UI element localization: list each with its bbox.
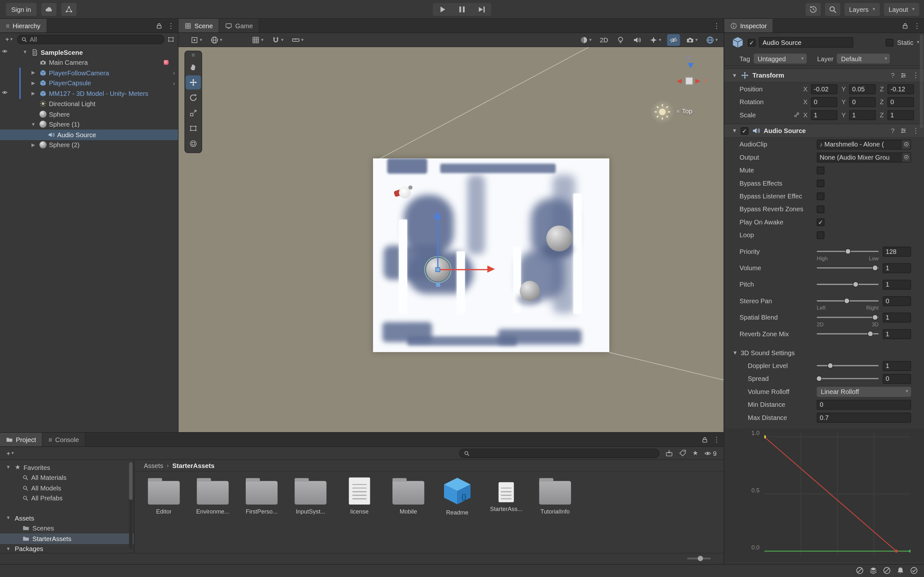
visibility-eye-icon[interactable] [2, 48, 8, 54]
play-button[interactable] [433, 3, 452, 15]
foldout-arrow-icon[interactable]: ▼ [732, 128, 737, 134]
position-y-field[interactable]: 0.05 [849, 84, 876, 94]
slider-knob[interactable] [867, 331, 873, 337]
background-tasks-icon[interactable] [910, 566, 918, 575]
audio-source-component-header[interactable]: ▼ Audio Source ?⋮ [724, 124, 924, 138]
slider-knob[interactable] [816, 376, 822, 382]
asset-item-readme[interactable]: {} Readme [434, 474, 481, 516]
scale-x-field[interactable]: 1 [811, 110, 837, 120]
breadcrumb-current[interactable]: StarterAssets [172, 462, 214, 469]
hierarchy-row-sphere[interactable]: Sphere [0, 109, 178, 119]
effects-toggle-button[interactable]: ▾ [647, 34, 664, 46]
scene-visibility-toggle[interactable] [667, 34, 680, 46]
sidebar-item-favorites[interactable]: ▼★Favorites [0, 462, 134, 472]
spatial-blend-slider[interactable] [817, 313, 879, 322]
reverb-zone-mix-field[interactable]: 1 [883, 329, 911, 339]
tag-dropdown[interactable]: Untagged▾ [754, 53, 806, 63]
kebab-menu-icon[interactable]: ⋮ [913, 23, 921, 29]
asset-item-inputsystem[interactable]: InputSyst... [287, 474, 334, 516]
hierarchy-row-playerfollowcamera[interactable]: ▶ PlayerFollowCamera › [0, 68, 178, 78]
link-icon[interactable] [794, 112, 800, 118]
mute-status-icon[interactable] [856, 566, 864, 575]
tab-scene[interactable]: Scene [179, 19, 220, 32]
hierarchy-row-main-camera[interactable]: Main Camera [0, 57, 178, 68]
slider-knob[interactable] [872, 265, 878, 271]
kebab-menu-icon[interactable]: ⋮ [713, 23, 720, 29]
move-gizmo-x-axis[interactable] [438, 269, 487, 270]
foldout-arrow-icon[interactable]: ▶ [29, 142, 37, 148]
foldout-arrow-icon[interactable]: ▼ [29, 122, 37, 127]
doppler-level-field[interactable]: 1 [883, 361, 911, 371]
bypass-reverb-checkbox[interactable] [817, 205, 825, 213]
hierarchy-row-directional-light[interactable]: Directional Light [0, 99, 178, 109]
tab-inspector[interactable]: Inspector [724, 19, 773, 32]
hierarchy-row-sphere-1[interactable]: ▼ Sphere (1) [0, 119, 178, 129]
help-icon[interactable]: ? [891, 127, 895, 134]
hierarchy-row-audio-source[interactable]: Audio Source [0, 129, 178, 140]
bypass-listener-checkbox[interactable] [817, 192, 825, 200]
gizmo-status-icon[interactable] [883, 566, 891, 575]
layout-dropdown[interactable]: Layout▾ [884, 3, 919, 15]
foldout-arrow-icon[interactable]: ▶ [29, 70, 37, 76]
move-gizmo-center-handle[interactable] [435, 268, 440, 272]
gizmos-dropdown-button[interactable]: ▾ [704, 34, 720, 46]
layers-status-icon[interactable] [869, 566, 877, 575]
layers-dropdown[interactable]: Layers▾ [845, 3, 880, 15]
active-checkbox[interactable] [748, 39, 756, 46]
sign-in-button[interactable]: Sign in [6, 3, 36, 15]
asset-item-mobile[interactable]: Mobile [384, 474, 432, 516]
foldout-arrow-icon[interactable]: ▼ [5, 546, 12, 552]
foldout-arrow-icon[interactable]: ▶ [29, 81, 37, 86]
spatial-blend-field[interactable]: 1 [883, 312, 911, 322]
output-object-field[interactable]: None (Audio Mixer Grou [817, 152, 911, 162]
create-asset-button[interactable]: +▾ [5, 450, 16, 456]
asset-item-editor[interactable]: Editor [140, 474, 187, 516]
kebab-menu-icon[interactable]: ⋮ [168, 23, 174, 29]
play-on-awake-checkbox[interactable] [817, 218, 825, 226]
mute-checkbox[interactable] [817, 166, 825, 174]
pitch-slider[interactable] [817, 280, 879, 288]
move-tool-button[interactable] [186, 75, 201, 89]
move-gizmo-z-arrowhead[interactable] [434, 211, 441, 219]
min-distance-field[interactable]: 0 [817, 400, 911, 409]
asset-item-tutorialinfo[interactable]: TutorialInfo [531, 474, 579, 516]
sidebar-item-all-materials[interactable]: All Materials [0, 472, 134, 483]
rotation-x-field[interactable]: 0 [811, 97, 837, 107]
reverb-zone-mix-slider[interactable] [817, 330, 879, 338]
inspector-scrollbar[interactable] [920, 34, 923, 129]
curve-end-marker[interactable] [895, 550, 898, 553]
volume-rolloff-dropdown[interactable]: Linear Rolloff▾ [817, 387, 911, 396]
tab-project[interactable]: Project [0, 433, 43, 446]
foldout-arrow-icon[interactable]: ▼ [5, 465, 12, 470]
priority-field[interactable]: 128 [883, 247, 911, 256]
project-search-input[interactable] [459, 448, 659, 458]
camera-settings-button[interactable]: ▾ [684, 34, 700, 46]
rotation-y-field[interactable]: 0 [849, 97, 876, 107]
favorite-star-icon[interactable]: ★ [692, 449, 698, 457]
scale-tool-button[interactable] [186, 106, 201, 120]
tab-console[interactable]: ≡Console [43, 433, 86, 446]
slider-knob[interactable] [827, 363, 833, 368]
foldout-arrow-icon[interactable]: ▶ [29, 91, 37, 96]
orientation-gizmo[interactable]: z x [677, 53, 718, 109]
pause-button[interactable] [452, 3, 472, 15]
sidebar-scrollbar[interactable] [129, 462, 132, 550]
move-gizmo-z-axis[interactable] [437, 219, 439, 269]
slider-knob[interactable] [844, 298, 850, 303]
static-dropdown-caret[interactable]: ▾ [917, 40, 919, 45]
sphere-object[interactable] [520, 281, 540, 301]
stereo-pan-field[interactable]: 0 [883, 296, 911, 306]
scale-y-field[interactable]: 1 [849, 110, 876, 120]
kebab-menu-icon[interactable]: ⋮ [912, 72, 919, 79]
doppler-level-slider[interactable] [817, 362, 879, 370]
component-enabled-checkbox[interactable] [741, 127, 748, 135]
bypass-effects-checkbox[interactable] [817, 179, 825, 187]
position-x-field[interactable]: -0.02 [811, 84, 837, 94]
sphere-object[interactable] [546, 226, 572, 251]
asset-item-license[interactable]: license [336, 474, 383, 516]
foldout-arrow-icon[interactable]: ▼ [21, 50, 29, 55]
rolloff-curve-plot[interactable] [764, 432, 911, 556]
orientation-cube[interactable] [685, 77, 693, 85]
foldout-arrow-icon[interactable]: ▼ [5, 516, 12, 521]
hierarchy-row-sphere-2[interactable]: ▶ Sphere (2) [0, 140, 178, 150]
